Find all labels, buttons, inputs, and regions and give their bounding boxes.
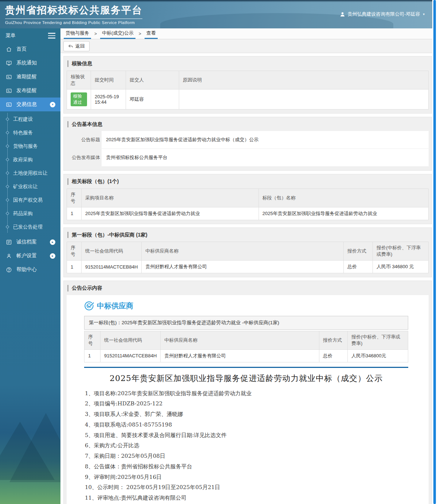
reason-cell (179, 89, 429, 109)
content-area: 核验信息 核验状态 提交时间 提交人 原因说明 核验通过 2025-05-19 … (60, 53, 437, 504)
verification-status-cell: 核验通过 (67, 89, 91, 109)
related-lots-table: 序号 采购项目名称 标段（包）名称 1 2025年贵安新区加强职业指导服务促进适… (67, 188, 429, 220)
announcement-title-row: 公告标题 2025年贵安新区加强职业指导服务促进适龄劳动力就业中标（成交）公示 (67, 131, 429, 149)
chevron-right-circle-icon: ▸ (50, 253, 55, 259)
page-subtitle: GuiZhou Province Tendering and Bidding P… (5, 20, 142, 25)
sidebar-subitem-state-property[interactable]: 国有产权交易 (0, 193, 60, 207)
price-cell: 人民币346800元 (348, 349, 408, 362)
table-header-row: 序号 统一社会信用代码 中标供应商名称 报价方式 报价(中标价、下浮率或费率) (67, 242, 429, 261)
breadcrumb-goods-services[interactable]: 货物与服务 (64, 28, 91, 39)
column-header: 报价(中标价、下浮率或费率) (373, 242, 429, 261)
trade-info-submenu: 工程建设 特色服务 货物与服务 政府采购 土地使用权出让 矿业权出让 国有产权交… (0, 111, 60, 235)
article-item: 3、项目联系人:宋金委、郭广荣、潘晓娜 (85, 411, 408, 417)
column-header: 标段（包）名称 (259, 188, 428, 207)
diamond-bullet-icon (6, 144, 9, 148)
lot-header-box: 第一标段(包)：2025年贵安新区加强职业指导服务促进适龄劳动力就业 -中标供应… (84, 316, 408, 330)
article-item: 6、采购方式:公开比选 (85, 443, 408, 449)
field-label: 公告标题 (67, 131, 100, 149)
back-button[interactable]: 返回 (63, 41, 90, 51)
section-verification: 核验信息 核验状态 提交时间 提交人 原因说明 核验通过 2025-05-19 … (63, 56, 432, 114)
sidebar-item-credit-archive[interactable]: 诚信档案 ▸ (0, 235, 60, 249)
sidebar-subitem-land-use[interactable]: 土地使用权出让 (0, 166, 60, 180)
section-title: 公告基本信息 (67, 121, 429, 128)
hamburger-icon[interactable] (48, 32, 55, 39)
sidebar-subitem-published-announcements[interactable]: 已发公告处理 (0, 220, 60, 234)
diamond-bullet-icon (6, 212, 9, 215)
credit-code-cell: 91520114MACTCEB84H (82, 261, 142, 273)
article-item: 5、项目用途、简要技术要求及合同履行日期:详见比选文件 (85, 432, 408, 438)
sidebar-item-publish-reminder[interactable]: 发布提醒 (0, 84, 60, 98)
question-icon (6, 267, 12, 273)
diamond-bullet-icon (6, 198, 9, 202)
column-header: 提交人 (126, 71, 179, 89)
breadcrumb-view[interactable]: 查看 (145, 28, 158, 39)
column-header: 序号 (84, 331, 101, 349)
status-badge: 核验通过 (71, 92, 87, 106)
breadcrumb-separator: > (139, 28, 141, 39)
breadcrumb-award-notice[interactable]: 中标(成交)公示 (100, 28, 135, 39)
index-cell: 1 (67, 207, 82, 220)
column-header: 统一社会信用代码 (101, 331, 161, 349)
card-icon (6, 74, 12, 80)
list-icon (6, 239, 12, 245)
scrollbar-thumb[interactable] (433, 0, 436, 504)
supplier-name-cell: 贵州好黔程人才服务有限公司 (142, 261, 344, 273)
user-icon (340, 12, 345, 17)
chevron-down-icon: ▾ (423, 12, 425, 16)
content-suppliers-table: 序号 统一社会信用代码 中标供应商名称 报价方式 报价(中标价、下浮率或费率) … (84, 331, 408, 362)
person-icon (6, 253, 12, 259)
column-header: 报价(中标价、下浮率或费率) (348, 331, 408, 349)
diamond-bullet-icon (6, 225, 9, 229)
sidebar-item-account-settings[interactable]: 帐户设置 ▸ (0, 249, 60, 263)
sidebar-item-home[interactable]: 首页 (0, 42, 60, 56)
price-method-cell: 总价 (344, 261, 373, 273)
sidebar: 菜单 首页 系统通知 逾期提醒 发布提醒 (0, 28, 60, 504)
chevron-down-circle-icon: ▾ (50, 102, 55, 107)
sidebar-subitem-goods-services[interactable]: 货物与服务 (0, 139, 60, 153)
card-icon (6, 102, 12, 108)
sidebar-subitem-featured-services[interactable]: 特色服务 (0, 126, 60, 139)
index-cell: 1 (84, 349, 101, 362)
winning-supplier-heading: 中标供应商 (84, 301, 408, 311)
breadcrumb-separator: > (94, 28, 97, 39)
field-label: 公告发布媒体 (67, 149, 100, 167)
menu-header: 菜单 (0, 29, 60, 42)
article-item: 2、项目编号:HDZB-2025-122 (85, 401, 408, 407)
column-header: 序号 (67, 242, 82, 261)
column-header: 原因说明 (179, 71, 429, 89)
app-header: 贵州省招标投标公共服务平台 GuiZhou Province Tendering… (0, 0, 437, 28)
column-header: 统一社会信用代码 (82, 242, 142, 261)
sidebar-item-help-center[interactable]: 帮助中心 (0, 263, 60, 277)
announcement-body: 中标供应商 第一标段(包)：2025年贵安新区加强职业指导服务促进适龄劳动力就业… (67, 295, 429, 504)
monitor-icon (6, 60, 12, 66)
article-item: 7、采购日期：2025年05月08日 (85, 453, 408, 459)
sidebar-subitem-gov-procurement[interactable]: 政府采购 (0, 153, 60, 166)
article-title: 2025年贵安新区加强职业指导服务促进适龄劳动力就业中标（成交）公示 (84, 373, 408, 384)
sidebar-subitem-engineering[interactable]: 工程建设 (0, 112, 60, 126)
verification-table: 核验状态 提交时间 提交人 原因说明 核验通过 2025-05-19 15:44… (67, 71, 429, 110)
article-item: 11、评审地点:贵州弘典建设咨询有限公司 (85, 495, 408, 501)
main-content: 货物与服务 > 中标(成交)公示 > 查看 返回 核验信息 核验状态 (60, 28, 437, 504)
section-title: 第一标段（包）-中标供应商 (1家) (67, 232, 429, 238)
article-item: 10、公示时间： 2025年05月19日至2025年05月21日 (85, 484, 408, 491)
field-value: 2025年贵安新区加强职业指导服务促进适龄劳动力就业中标（成交）公示 (102, 131, 429, 149)
section-title: 相关标段（包）(1个) (67, 178, 429, 185)
submit-time-cell: 2025-05-19 15:44 (91, 89, 126, 109)
sidebar-item-notifications[interactable]: 系统通知 (0, 56, 60, 70)
sidebar-subitem-drug-procurement[interactable]: 药品采购 (0, 207, 60, 220)
table-row: 1 91520114MACTCEB84H 贵州好黔程人才服务有限公司 总价 人民… (67, 261, 429, 273)
sidebar-item-trade-info[interactable]: 交易信息 ▾ (0, 98, 60, 111)
sidebar-subitem-mining-rights[interactable]: 矿业权出让 (0, 180, 60, 193)
project-name-cell: 2025年贵安新区加强职业指导服务促进适龄劳动力就业 (82, 207, 259, 220)
card-icon (6, 88, 12, 94)
sidebar-item-overdue-reminder[interactable]: 逾期提醒 (0, 70, 60, 84)
column-header: 采购项目名称 (82, 188, 259, 207)
diamond-bullet-icon (6, 171, 9, 175)
breadcrumb: 货物与服务 > 中标(成交)公示 > 查看 (60, 28, 437, 39)
section-winning-suppliers: 第一标段（包）-中标供应商 (1家) 序号 统一社会信用代码 中标供应商名称 报… (63, 227, 432, 278)
column-header: 核验状态 (67, 71, 91, 89)
index-cell: 1 (67, 261, 82, 273)
submitter-cell: 邓廷容 (126, 89, 179, 109)
brand: 贵州省招标投标公共服务平台 GuiZhou Province Tendering… (5, 4, 142, 25)
user-menu[interactable]: 贵州弘典建设咨询有限公司-邓廷容 ▾ (340, 11, 425, 17)
